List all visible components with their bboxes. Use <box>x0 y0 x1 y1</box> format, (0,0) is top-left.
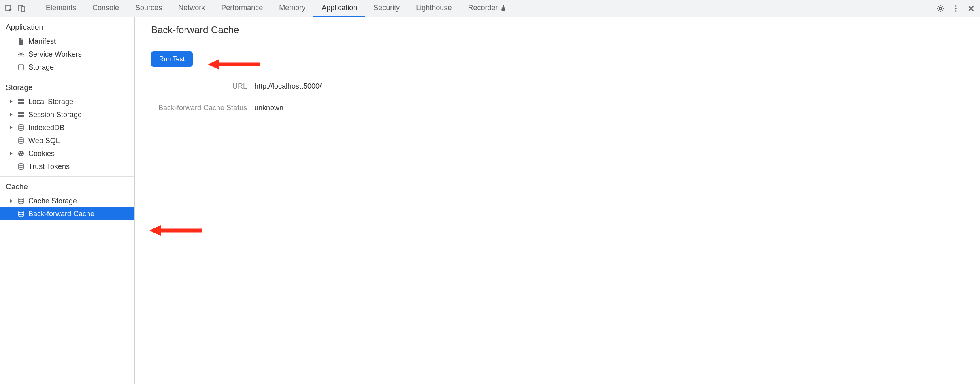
tab-sources[interactable]: Sources <box>127 0 170 17</box>
grid-icon <box>17 98 25 106</box>
svg-point-25 <box>19 198 23 200</box>
sidebar-section-application: Application <box>0 17 134 35</box>
sidebar-item-local-storage[interactable]: Local Storage <box>0 95 134 108</box>
db-icon <box>17 197 25 205</box>
svg-point-6 <box>955 10 957 12</box>
tab-performance[interactable]: Performance <box>213 0 271 17</box>
svg-point-19 <box>18 151 24 156</box>
sidebar-section-cache: Cache <box>0 177 134 194</box>
sidebar-item-trust-tokens[interactable]: Trust Tokens <box>0 160 134 173</box>
run-test-button[interactable]: Run Test <box>151 51 193 67</box>
sidebar-item-label: Session Storage <box>28 111 82 119</box>
more-icon[interactable] <box>951 4 961 13</box>
svg-rect-10 <box>21 99 24 101</box>
svg-point-23 <box>22 154 23 155</box>
tree-arrow-icon <box>9 125 14 130</box>
svg-rect-14 <box>21 112 24 114</box>
sidebar-item-label: Back-forward Cache <box>28 210 94 218</box>
sidebar-item-label: Local Storage <box>28 98 73 106</box>
svg-rect-12 <box>21 102 24 104</box>
sidebar-item-manifest[interactable]: Manifest <box>0 35 134 48</box>
sidebar-item-indexeddb[interactable]: IndexedDB <box>0 121 134 134</box>
svg-point-17 <box>19 125 23 126</box>
tab-lighthouse[interactable]: Lighthouse <box>408 0 460 17</box>
sidebar-item-back-forward-cache[interactable]: Back-forward Cache <box>0 207 134 220</box>
sidebar-section-storage: Storage <box>0 77 134 95</box>
url-label: URL <box>151 82 254 91</box>
tab-console[interactable]: Console <box>84 0 127 17</box>
annotation-arrow <box>149 224 202 237</box>
svg-point-22 <box>20 154 21 155</box>
svg-point-21 <box>21 152 22 153</box>
sidebar-item-web-sql[interactable]: Web SQL <box>0 134 134 147</box>
sidebar-item-label: Service Workers <box>28 50 82 59</box>
svg-rect-16 <box>21 115 24 117</box>
sidebar-item-cache-storage[interactable]: Cache Storage <box>0 194 134 207</box>
tab-elements[interactable]: Elements <box>38 0 84 17</box>
application-sidebar: Application Manifest Service Workers <box>0 17 135 384</box>
gear-icon <box>17 50 25 58</box>
panel-tabs: Elements Console Sources Network Perform… <box>38 0 930 17</box>
sidebar-item-label: Web SQL <box>28 137 60 145</box>
status-value: unknown <box>254 104 283 112</box>
devtools-toolbar: Elements Console Sources Network Perform… <box>0 0 980 17</box>
status-label: Back-forward Cache Status <box>151 104 254 112</box>
sidebar-item-service-workers[interactable]: Service Workers <box>0 48 134 61</box>
svg-point-18 <box>19 138 23 139</box>
sidebar-item-label: Storage <box>28 63 54 72</box>
svg-point-24 <box>19 164 23 165</box>
svg-point-26 <box>19 211 23 213</box>
settings-icon[interactable] <box>935 4 945 13</box>
tree-arrow-icon <box>9 99 14 104</box>
svg-point-7 <box>20 53 22 55</box>
svg-rect-11 <box>18 102 21 104</box>
cookie-icon <box>17 149 25 158</box>
db-icon <box>17 162 25 171</box>
sidebar-item-label: Manifest <box>28 37 56 46</box>
tree-arrow-icon <box>9 151 14 156</box>
db-icon <box>17 210 25 218</box>
svg-point-5 <box>955 8 957 9</box>
svg-point-8 <box>19 64 23 66</box>
main-panel: Back-forward Cache Run Test URL http://l… <box>135 17 980 384</box>
sidebar-item-storage[interactable]: Storage <box>0 61 134 74</box>
tree-arrow-icon <box>9 198 14 203</box>
file-icon <box>17 37 25 45</box>
device-toggle-icon[interactable] <box>17 4 27 13</box>
svg-point-20 <box>19 152 20 153</box>
tab-recorder[interactable]: Recorder <box>460 0 515 17</box>
url-value: http://localhost:5000/ <box>254 82 322 91</box>
flask-icon <box>500 4 507 11</box>
sidebar-item-label: Trust Tokens <box>28 162 70 171</box>
svg-rect-15 <box>18 115 21 117</box>
sidebar-item-label: Cache Storage <box>28 197 77 205</box>
panel-title: Back-forward Cache <box>135 17 980 43</box>
close-icon[interactable] <box>966 4 976 13</box>
svg-rect-13 <box>18 112 21 114</box>
svg-rect-9 <box>18 99 21 101</box>
sidebar-item-label: IndexedDB <box>28 124 64 132</box>
sidebar-item-label: Cookies <box>28 149 55 158</box>
tab-application[interactable]: Application <box>313 0 365 17</box>
db-icon <box>17 137 25 145</box>
tab-security[interactable]: Security <box>365 0 408 17</box>
svg-point-3 <box>939 7 942 10</box>
svg-rect-2 <box>21 7 25 12</box>
sidebar-item-cookies[interactable]: Cookies <box>0 147 134 160</box>
tab-memory[interactable]: Memory <box>271 0 313 17</box>
svg-point-4 <box>955 5 957 7</box>
db-icon <box>17 124 25 132</box>
tree-arrow-icon <box>9 112 14 117</box>
tab-network[interactable]: Network <box>170 0 213 17</box>
inspect-icon[interactable] <box>4 4 14 13</box>
grid-icon <box>17 111 25 119</box>
sidebar-item-session-storage[interactable]: Session Storage <box>0 108 134 121</box>
tab-recorder-label: Recorder <box>468 4 498 12</box>
db-icon <box>17 63 25 71</box>
